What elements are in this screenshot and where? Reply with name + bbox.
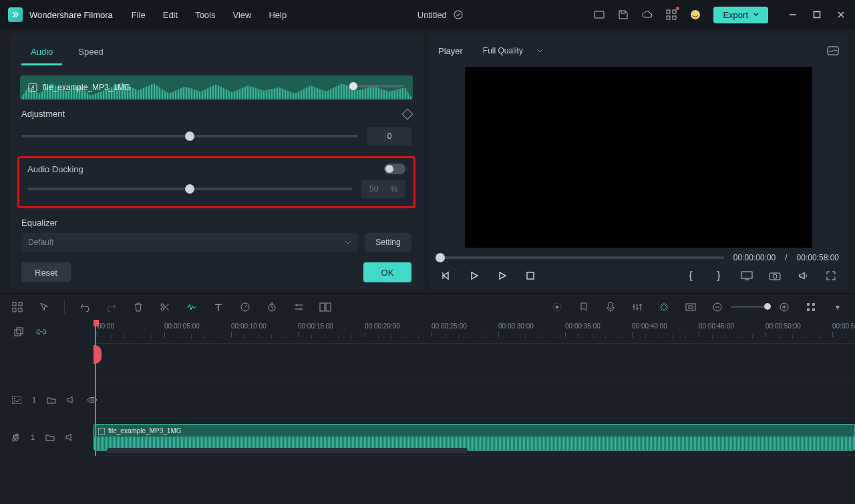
ruler-tick: 00:00:10:00 xyxy=(231,322,267,330)
render-icon[interactable] xyxy=(550,300,564,314)
music-file-icon xyxy=(98,428,105,435)
audio-mixer-icon[interactable] xyxy=(631,300,644,314)
document-title-group: Untitled xyxy=(287,10,593,20)
playhead[interactable] xyxy=(95,320,96,456)
video-track-lane[interactable] xyxy=(94,381,855,419)
timeline-tracks[interactable]: 00:0000:00:05:0000:00:10:0000:00:15:0000… xyxy=(94,320,855,456)
account-icon[interactable] xyxy=(689,9,701,21)
ducking-slider-thumb[interactable] xyxy=(185,184,194,194)
folder-icon[interactable] xyxy=(47,396,56,404)
svg-rect-37 xyxy=(812,308,815,311)
reset-button[interactable]: Reset xyxy=(21,262,71,282)
video-track-header: 1 xyxy=(0,381,94,419)
mark-out-button[interactable]: } xyxy=(712,269,725,282)
color-tool-icon[interactable] xyxy=(319,300,332,314)
link-icon[interactable] xyxy=(35,325,48,338)
mute-icon[interactable] xyxy=(65,433,75,441)
ducking-value-box[interactable]: 50 % xyxy=(361,180,405,198)
video-canvas[interactable] xyxy=(465,67,812,248)
menu-view[interactable]: View xyxy=(232,10,251,20)
fullscreen-button[interactable] xyxy=(824,269,838,282)
player-label: Player xyxy=(438,46,463,56)
menu-help[interactable]: Help xyxy=(269,10,287,20)
auto-beat-icon[interactable] xyxy=(657,300,671,314)
ducking-slider[interactable] xyxy=(27,188,352,190)
tab-audio[interactable]: Audio xyxy=(21,40,62,65)
timecode-current: 00:00:00:00 xyxy=(733,253,776,262)
ok-button[interactable]: OK xyxy=(363,262,411,282)
zoom-out-button[interactable] xyxy=(711,300,724,314)
keyframe-diamond-icon[interactable] xyxy=(402,108,413,119)
apps-icon[interactable] xyxy=(665,9,677,21)
track-mini-scrubber[interactable] xyxy=(351,85,403,87)
scope-icon[interactable] xyxy=(827,45,839,57)
timer-tool-icon[interactable] xyxy=(265,300,279,314)
pitch-slider[interactable] xyxy=(21,135,358,138)
timeline-empty-lane[interactable] xyxy=(94,344,855,381)
equalizer-preset-select[interactable]: Default xyxy=(21,233,358,252)
audio-ducking-toggle[interactable] xyxy=(384,164,405,174)
document-title: Untitled xyxy=(417,10,447,20)
maximize-button[interactable] xyxy=(811,9,823,21)
pitch-value[interactable]: 0 xyxy=(367,127,411,146)
snapshot-button[interactable] xyxy=(768,269,782,282)
pitch-slider-thumb[interactable] xyxy=(185,132,194,141)
duplicate-icon[interactable] xyxy=(12,325,25,338)
stop-button[interactable] xyxy=(524,269,537,282)
voiceover-icon[interactable] xyxy=(604,300,617,314)
player-panel: Player Full Quality 00:00:00:00 / 00:00:… xyxy=(429,33,848,289)
audio-clip[interactable]: file_example_MP3_1MG xyxy=(94,424,855,451)
save-icon[interactable] xyxy=(617,9,629,21)
selection-grid-icon[interactable] xyxy=(11,300,24,314)
playback-controls: { } xyxy=(438,262,839,282)
zoom-in-button[interactable] xyxy=(778,300,791,314)
tab-speed[interactable]: Speed xyxy=(69,40,113,65)
mark-in-button[interactable]: { xyxy=(684,269,697,282)
scrub-slider[interactable] xyxy=(438,256,724,259)
timeline-ruler[interactable]: 00:0000:00:05:0000:00:10:0000:00:15:0000… xyxy=(94,320,855,344)
audio-ducking-label: Audio Ducking xyxy=(27,164,83,174)
menu-file[interactable]: File xyxy=(132,10,146,20)
zoom-slider[interactable] xyxy=(731,306,771,308)
pointer-tool-icon[interactable] xyxy=(37,300,51,314)
clip-file-name: file_example_MP3_1MG xyxy=(108,427,182,435)
svg-rect-2 xyxy=(667,10,670,13)
cloud-icon[interactable] xyxy=(641,9,653,21)
track-menu-icon[interactable]: ▾ xyxy=(831,300,844,314)
adjust-tool-icon[interactable] xyxy=(292,300,305,314)
folder-icon[interactable] xyxy=(45,433,55,441)
minimize-button[interactable] xyxy=(787,9,799,21)
undo-button[interactable] xyxy=(78,300,92,314)
play-alt-button[interactable] xyxy=(496,269,509,282)
volume-button[interactable] xyxy=(796,269,810,282)
layout-icon[interactable] xyxy=(593,9,605,21)
ruler-tick: 00:00:05:00 xyxy=(164,322,200,330)
music-file-icon xyxy=(28,83,37,92)
text-tool-icon[interactable] xyxy=(212,300,225,314)
equalizer-setting-button[interactable]: Setting xyxy=(365,233,411,252)
timeline-scrollbar[interactable] xyxy=(107,448,468,453)
marker-icon[interactable] xyxy=(577,300,590,314)
track-layout-icon[interactable] xyxy=(804,300,818,314)
adjustment-header: Adjustment xyxy=(9,99,423,123)
prev-frame-button[interactable] xyxy=(440,269,453,282)
close-button[interactable] xyxy=(835,9,847,21)
display-icon[interactable] xyxy=(740,269,753,282)
speed-tool-icon[interactable] xyxy=(238,300,252,314)
redo-button[interactable] xyxy=(105,300,118,314)
audio-ducking-highlight: Audio Ducking 50 % xyxy=(17,156,415,208)
delete-button[interactable] xyxy=(132,300,145,314)
title-bar: Wondershare Filmora File Edit Tools View… xyxy=(0,0,855,29)
menu-edit[interactable]: Edit xyxy=(163,10,178,20)
play-button[interactable] xyxy=(468,269,481,282)
audio-track-preview[interactable]: file_example_MP3_1MG xyxy=(20,75,413,99)
quality-select[interactable]: Full Quality xyxy=(483,46,543,55)
menu-tools[interactable]: Tools xyxy=(195,10,215,20)
crop-icon[interactable] xyxy=(684,300,697,314)
export-button[interactable]: Export xyxy=(713,7,768,23)
svg-rect-35 xyxy=(807,308,810,311)
audio-edit-icon[interactable] xyxy=(185,300,198,314)
mute-icon[interactable] xyxy=(67,396,76,404)
panel-tabs: Audio Speed xyxy=(9,33,423,66)
split-button[interactable] xyxy=(158,300,172,314)
